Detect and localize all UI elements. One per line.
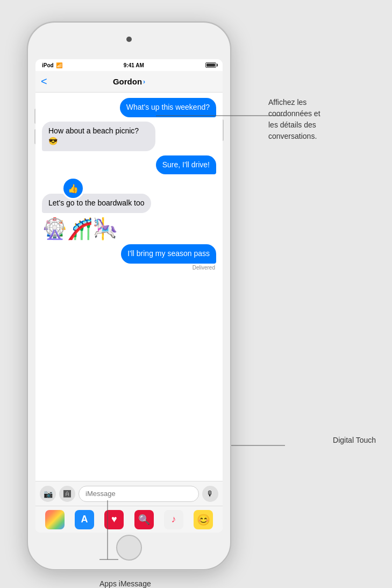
- nav-title[interactable]: Gordon ›: [113, 77, 145, 86]
- message-text-1: What's up this weekend?: [126, 103, 210, 111]
- appstore-a-icon: A: [81, 514, 88, 525]
- message-row-5: I'll bring my season pass Delivered: [42, 244, 216, 271]
- back-button[interactable]: <: [41, 75, 47, 88]
- input-bar: 📷 🅰 🎙: [35, 481, 223, 506]
- battery-fill: [206, 63, 215, 67]
- camera-icon: 📷: [44, 490, 53, 498]
- status-time: 9:41 AM: [124, 62, 144, 68]
- message-bubble-4: Let's go to the boardwalk too: [42, 194, 151, 213]
- page-container: iPod 📶 9:41 AM < Gordon ›: [0, 11, 392, 588]
- appstore-button[interactable]: 🅰: [59, 486, 75, 502]
- emoji-message: 🎡🎢🎠: [42, 217, 118, 240]
- delivered-label: Delivered: [193, 265, 216, 271]
- message-bubble-2: How about a beach picnic? 😎: [42, 122, 155, 151]
- message-row-tapback: 👍 Let's go to the boardwalk too: [42, 179, 216, 213]
- status-right: [205, 62, 216, 68]
- message-text-4: Let's go to the boardwalk too: [48, 199, 145, 207]
- appstore-icon: 🅰: [63, 490, 71, 498]
- music-note-icon: ♪: [171, 514, 176, 525]
- messages-area: What's up this weekend? How about a beac…: [35, 93, 223, 481]
- heart-icon: ♥: [111, 514, 117, 525]
- battery-icon: [205, 62, 216, 68]
- wifi-icon: 📶: [56, 62, 62, 68]
- globe-icon: 🔍: [138, 514, 150, 526]
- message-row-2: How about a beach picnic? 😎: [42, 122, 216, 151]
- annotation-digital-touch: Digital Touch: [333, 436, 376, 444]
- status-bar: iPod 📶 9:41 AM: [35, 59, 223, 71]
- nav-chevron-icon: ›: [143, 78, 145, 86]
- mic-button[interactable]: 🎙: [202, 486, 218, 502]
- message-row-1: What's up this weekend?: [42, 98, 216, 117]
- message-text-5: I'll bring my season pass: [127, 249, 210, 258]
- message-bubble-5: I'll bring my season pass: [121, 244, 216, 264]
- screen: iPod 📶 9:41 AM < Gordon ›: [35, 59, 223, 533]
- imessage-input[interactable]: [79, 486, 199, 502]
- home-button[interactable]: [116, 535, 142, 561]
- smiley-icon: 😊: [197, 513, 210, 526]
- status-left: iPod 📶: [42, 62, 62, 68]
- annotation-apps-imessage: Apps iMessage: [99, 579, 151, 588]
- message-row-emoji: 🎡🎢🎠: [42, 217, 216, 240]
- message-text-3: Sure, I'll drive!: [162, 160, 210, 169]
- contact-name: Gordon: [113, 77, 142, 86]
- app-drawer: A ♥ 🔍 ♪ 😊: [35, 506, 223, 533]
- music-app-icon[interactable]: ♪: [164, 510, 183, 529]
- message-bubble-1: What's up this weekend?: [120, 98, 216, 117]
- device: iPod 📶 9:41 AM < Gordon ›: [27, 22, 231, 570]
- mic-icon: 🎙: [206, 490, 214, 498]
- carrier-label: iPod: [42, 62, 54, 68]
- annotation-top-right: Affichez lescoordonnées etles détails de…: [268, 97, 376, 142]
- message-text-2: How about a beach picnic? 😎: [48, 126, 139, 146]
- message-bubble-3: Sure, I'll drive!: [156, 155, 216, 175]
- globe-app-icon[interactable]: 🔍: [134, 510, 154, 529]
- nav-bar: < Gordon ›: [35, 71, 223, 93]
- camera-dot: [126, 37, 132, 42]
- digitaltouch-app-icon[interactable]: ♥: [104, 510, 124, 529]
- emoji-app-icon[interactable]: 😊: [194, 510, 213, 529]
- camera-button[interactable]: 📷: [40, 486, 56, 502]
- appstore-app-icon[interactable]: A: [75, 510, 94, 529]
- message-row-3: Sure, I'll drive!: [42, 155, 216, 175]
- photos-app-icon[interactable]: [45, 510, 65, 529]
